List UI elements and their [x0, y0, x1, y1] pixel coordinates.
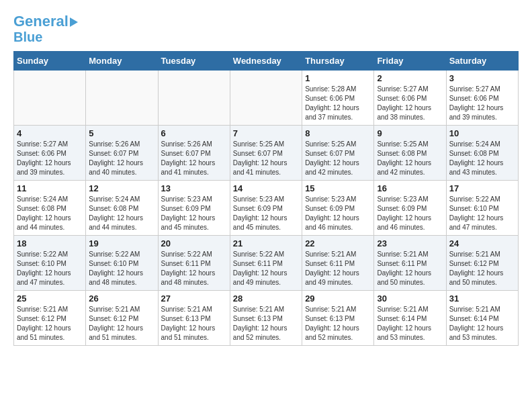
calendar-table: SundayMondayTuesdayWednesdayThursdayFrid… — [13, 51, 519, 346]
day-info: Sunrise: 5:25 AM Sunset: 6:08 PM Dayligh… — [377, 140, 443, 177]
calendar-cell: 3Sunrise: 5:27 AM Sunset: 6:06 PM Daylig… — [446, 71, 518, 126]
day-number: 3 — [449, 73, 515, 83]
day-info: Sunrise: 5:23 AM Sunset: 6:09 PM Dayligh… — [377, 195, 443, 232]
calendar-cell — [230, 71, 302, 126]
day-number: 19 — [89, 238, 154, 248]
calendar-cell: 19Sunrise: 5:22 AM Sunset: 6:10 PM Dayli… — [86, 236, 158, 291]
calendar-cell: 17Sunrise: 5:22 AM Sunset: 6:10 PM Dayli… — [446, 181, 518, 236]
day-number: 23 — [377, 238, 443, 248]
day-number: 21 — [233, 238, 299, 248]
calendar-cell: 31Sunrise: 5:21 AM Sunset: 6:14 PM Dayli… — [446, 291, 518, 346]
weekday-header-saturday: Saturday — [446, 52, 518, 71]
calendar-cell: 4Sunrise: 5:27 AM Sunset: 6:06 PM Daylig… — [14, 126, 86, 181]
calendar-cell — [86, 71, 158, 126]
calendar-cell: 5Sunrise: 5:26 AM Sunset: 6:07 PM Daylig… — [86, 126, 158, 181]
day-number: 6 — [161, 128, 227, 138]
calendar-cell: 20Sunrise: 5:22 AM Sunset: 6:11 PM Dayli… — [158, 236, 230, 291]
day-info: Sunrise: 5:25 AM Sunset: 6:07 PM Dayligh… — [233, 140, 299, 177]
day-info: Sunrise: 5:22 AM Sunset: 6:10 PM Dayligh… — [449, 195, 515, 232]
day-info: Sunrise: 5:27 AM Sunset: 6:06 PM Dayligh… — [17, 140, 83, 177]
day-number: 30 — [377, 293, 443, 304]
day-info: Sunrise: 5:23 AM Sunset: 6:09 PM Dayligh… — [305, 195, 371, 232]
day-info: Sunrise: 5:21 AM Sunset: 6:11 PM Dayligh… — [377, 250, 443, 287]
day-number: 31 — [449, 293, 515, 304]
day-info: Sunrise: 5:21 AM Sunset: 6:14 PM Dayligh… — [377, 305, 443, 342]
calendar-week-2: 4Sunrise: 5:27 AM Sunset: 6:06 PM Daylig… — [14, 126, 519, 181]
logo: General Blue — [13, 13, 78, 44]
calendar-cell: 18Sunrise: 5:22 AM Sunset: 6:10 PM Dayli… — [14, 236, 86, 291]
day-info: Sunrise: 5:22 AM Sunset: 6:11 PM Dayligh… — [233, 250, 299, 287]
page-header: General Blue — [13, 13, 519, 44]
weekday-header-thursday: Thursday — [302, 52, 374, 71]
calendar-cell: 24Sunrise: 5:21 AM Sunset: 6:12 PM Dayli… — [446, 236, 518, 291]
day-number: 22 — [305, 238, 371, 248]
day-info: Sunrise: 5:22 AM Sunset: 6:10 PM Dayligh… — [89, 250, 154, 287]
calendar-cell: 1Sunrise: 5:28 AM Sunset: 6:06 PM Daylig… — [302, 71, 374, 126]
day-info: Sunrise: 5:25 AM Sunset: 6:07 PM Dayligh… — [305, 140, 371, 177]
day-number: 2 — [377, 73, 443, 83]
day-info: Sunrise: 5:21 AM Sunset: 6:13 PM Dayligh… — [305, 305, 371, 342]
calendar-week-4: 18Sunrise: 5:22 AM Sunset: 6:10 PM Dayli… — [14, 236, 519, 291]
day-info: Sunrise: 5:23 AM Sunset: 6:09 PM Dayligh… — [161, 195, 227, 232]
calendar-cell: 28Sunrise: 5:21 AM Sunset: 6:13 PM Dayli… — [230, 291, 302, 346]
calendar-cell — [158, 71, 230, 126]
day-info: Sunrise: 5:24 AM Sunset: 6:08 PM Dayligh… — [449, 140, 515, 177]
day-number: 8 — [305, 128, 371, 138]
calendar-cell: 15Sunrise: 5:23 AM Sunset: 6:09 PM Dayli… — [302, 181, 374, 236]
calendar-cell: 21Sunrise: 5:22 AM Sunset: 6:11 PM Dayli… — [230, 236, 302, 291]
day-info: Sunrise: 5:21 AM Sunset: 6:14 PM Dayligh… — [449, 305, 515, 342]
calendar-cell: 22Sunrise: 5:21 AM Sunset: 6:11 PM Dayli… — [302, 236, 374, 291]
day-info: Sunrise: 5:21 AM Sunset: 6:12 PM Dayligh… — [89, 305, 154, 342]
calendar-cell: 27Sunrise: 5:21 AM Sunset: 6:13 PM Dayli… — [158, 291, 230, 346]
day-info: Sunrise: 5:27 AM Sunset: 6:06 PM Dayligh… — [377, 85, 443, 122]
day-number: 4 — [17, 128, 83, 138]
day-number: 13 — [161, 183, 227, 193]
calendar-body: 1Sunrise: 5:28 AM Sunset: 6:06 PM Daylig… — [14, 71, 519, 346]
day-info: Sunrise: 5:24 AM Sunset: 6:08 PM Dayligh… — [89, 195, 154, 232]
day-number: 14 — [233, 183, 299, 193]
day-number: 16 — [377, 183, 443, 193]
calendar-cell: 14Sunrise: 5:23 AM Sunset: 6:09 PM Dayli… — [230, 181, 302, 236]
day-info: Sunrise: 5:26 AM Sunset: 6:07 PM Dayligh… — [161, 140, 227, 177]
day-info: Sunrise: 5:26 AM Sunset: 6:07 PM Dayligh… — [89, 140, 154, 177]
weekday-header-monday: Monday — [86, 52, 158, 71]
day-number: 24 — [449, 238, 515, 248]
day-info: Sunrise: 5:21 AM Sunset: 6:12 PM Dayligh… — [449, 250, 515, 287]
calendar-cell — [14, 71, 86, 126]
day-number: 28 — [233, 293, 299, 304]
calendar-cell: 9Sunrise: 5:25 AM Sunset: 6:08 PM Daylig… — [374, 126, 446, 181]
day-info: Sunrise: 5:24 AM Sunset: 6:08 PM Dayligh… — [17, 195, 83, 232]
calendar-week-1: 1Sunrise: 5:28 AM Sunset: 6:06 PM Daylig… — [14, 71, 519, 126]
calendar-cell: 29Sunrise: 5:21 AM Sunset: 6:13 PM Dayli… — [302, 291, 374, 346]
calendar-cell: 2Sunrise: 5:27 AM Sunset: 6:06 PM Daylig… — [374, 71, 446, 126]
day-number: 17 — [449, 183, 515, 193]
day-number: 12 — [89, 183, 154, 193]
day-info: Sunrise: 5:27 AM Sunset: 6:06 PM Dayligh… — [449, 85, 515, 122]
calendar-cell: 7Sunrise: 5:25 AM Sunset: 6:07 PM Daylig… — [230, 126, 302, 181]
logo-general: General — [13, 13, 69, 30]
calendar-cell: 26Sunrise: 5:21 AM Sunset: 6:12 PM Dayli… — [86, 291, 158, 346]
day-number: 11 — [17, 183, 83, 193]
day-number: 18 — [17, 238, 83, 248]
day-info: Sunrise: 5:28 AM Sunset: 6:06 PM Dayligh… — [305, 85, 371, 122]
day-number: 7 — [233, 128, 299, 138]
day-info: Sunrise: 5:22 AM Sunset: 6:11 PM Dayligh… — [161, 250, 227, 287]
calendar-cell: 30Sunrise: 5:21 AM Sunset: 6:14 PM Dayli… — [374, 291, 446, 346]
day-number: 5 — [89, 128, 154, 138]
day-number: 29 — [305, 293, 371, 304]
day-number: 27 — [161, 293, 227, 304]
header-row: SundayMondayTuesdayWednesdayThursdayFrid… — [14, 52, 519, 71]
calendar-cell: 12Sunrise: 5:24 AM Sunset: 6:08 PM Dayli… — [86, 181, 158, 236]
calendar-week-5: 25Sunrise: 5:21 AM Sunset: 6:12 PM Dayli… — [14, 291, 519, 346]
calendar-cell: 6Sunrise: 5:26 AM Sunset: 6:07 PM Daylig… — [158, 126, 230, 181]
calendar-cell: 23Sunrise: 5:21 AM Sunset: 6:11 PM Dayli… — [374, 236, 446, 291]
weekday-header-tuesday: Tuesday — [158, 52, 230, 71]
day-info: Sunrise: 5:23 AM Sunset: 6:09 PM Dayligh… — [233, 195, 299, 232]
calendar-cell: 10Sunrise: 5:24 AM Sunset: 6:08 PM Dayli… — [446, 126, 518, 181]
logo-text: General — [13, 13, 78, 30]
day-info: Sunrise: 5:21 AM Sunset: 6:11 PM Dayligh… — [305, 250, 371, 287]
calendar-cell: 25Sunrise: 5:21 AM Sunset: 6:12 PM Dayli… — [14, 291, 86, 346]
calendar-week-3: 11Sunrise: 5:24 AM Sunset: 6:08 PM Dayli… — [14, 181, 519, 236]
day-number: 9 — [377, 128, 443, 138]
day-number: 10 — [449, 128, 515, 138]
